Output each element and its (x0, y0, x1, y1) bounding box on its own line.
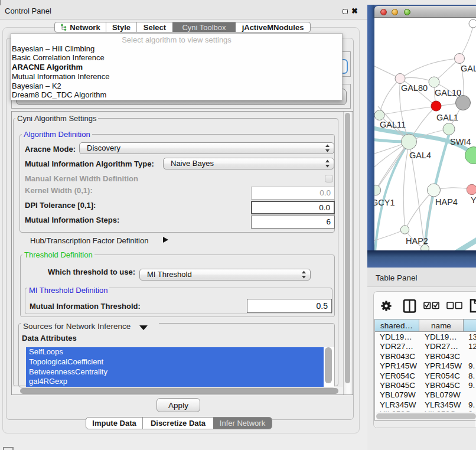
svg-text:Y: Y (471, 195, 476, 205)
svg-text:GAL10: GAL10 (435, 88, 461, 97)
svg-text:GAL4: GAL4 (409, 151, 431, 160)
svg-text:GAL11: GAL11 (380, 120, 406, 129)
svg-text:HAP4: HAP4 (435, 197, 458, 207)
svg-text:GCY1: GCY1 (374, 198, 395, 207)
svg-text:HAP2: HAP2 (406, 236, 428, 246)
svg-text:GAL7: GAL7 (461, 64, 476, 73)
svg-text:GAL80: GAL80 (401, 83, 428, 93)
svg-text:GAL1: GAL1 (436, 113, 458, 122)
svg-text:SWI4: SWI4 (450, 137, 471, 146)
